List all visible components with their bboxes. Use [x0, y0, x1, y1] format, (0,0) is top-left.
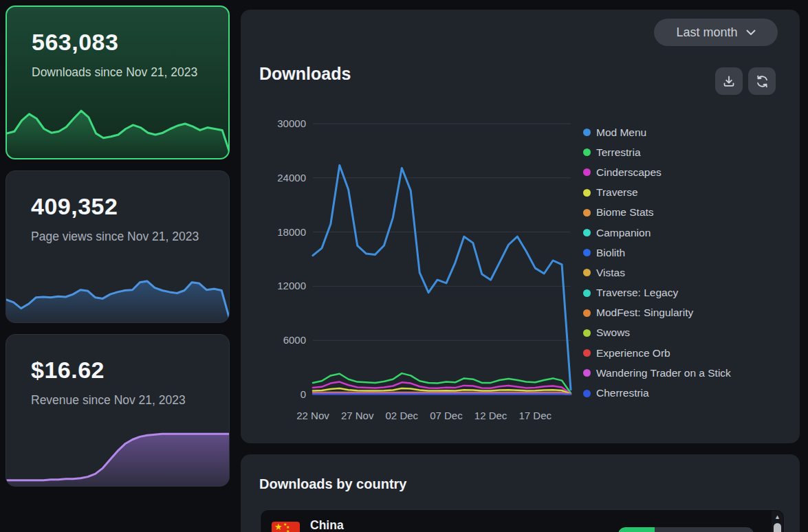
svg-text:22 Nov: 22 Nov	[296, 410, 329, 421]
legend-dot	[583, 189, 591, 197]
legend-dot	[583, 369, 591, 377]
legend-label: Biolith	[596, 247, 625, 259]
country-list: ★ ★ ★ ★ ★ China ▲	[260, 509, 785, 532]
legend-dot	[583, 269, 591, 276]
country-name: China	[310, 518, 344, 532]
country-row-china: ★ ★ ★ ★ ★ China	[261, 510, 770, 532]
chart-legend: Mod MenuTerrestriaCinderscapesTraverseBi…	[583, 122, 731, 403]
svg-text:18000: 18000	[277, 226, 306, 238]
page-views-sparkline	[6, 264, 229, 322]
legend-dot	[583, 209, 591, 217]
legend-item-cinderscapes[interactable]: Cinderscapes	[583, 162, 731, 182]
legend-item-cherrestria[interactable]: Cherrestria	[583, 383, 731, 403]
stat-card-revenue[interactable]: $16.62 Revenue since Nov 21, 2023	[6, 334, 230, 487]
downloads-panel-title: Downloads	[259, 64, 351, 84]
svg-text:6000: 6000	[283, 334, 306, 346]
country-list-scrollbar[interactable]: ▲	[772, 511, 783, 532]
revenue-total-value: $16.62	[31, 357, 105, 384]
download-icon	[722, 74, 736, 88]
legend-label: Biome Stats	[596, 206, 654, 219]
legend-label: Cinderscapes	[596, 166, 662, 179]
date-range-select[interactable]: Last month	[654, 19, 778, 46]
legend-dot	[583, 349, 591, 357]
svg-text:02 Dec: 02 Dec	[386, 410, 419, 421]
stat-card-page-views[interactable]: 409,352 Page views since Nov 21, 2023	[6, 170, 230, 323]
downloads-sparkline	[7, 89, 230, 158]
downloads-total-value: 563,083	[32, 29, 118, 56]
legend-dot	[583, 229, 591, 236]
legend-label: Terrestria	[596, 146, 641, 159]
legend-dot	[583, 168, 591, 176]
legend-label: ModFest: Singularity	[596, 307, 693, 319]
refresh-icon	[755, 74, 769, 89]
legend-item-biome-stats[interactable]: Biome Stats	[583, 203, 731, 223]
legend-item-swows[interactable]: Swows	[583, 323, 731, 343]
country-download-bar	[618, 527, 754, 532]
svg-text:24000: 24000	[277, 172, 306, 184]
svg-text:12 Dec: 12 Dec	[474, 410, 507, 421]
legend-item-experience-orb[interactable]: Experience Orb	[583, 343, 731, 363]
downloads-by-country-panel: Downloads by country ★ ★ ★ ★ ★ China ▲	[241, 454, 800, 532]
page-views-total-label: Page views since Nov 21, 2023	[31, 229, 211, 245]
legend-dot	[583, 289, 591, 297]
legend-dot	[583, 309, 591, 317]
legend-label: Mod Menu	[596, 126, 646, 139]
chevron-down-icon	[746, 30, 756, 36]
legend-dot	[583, 390, 591, 397]
legend-item-traverse[interactable]: Traverse	[583, 183, 731, 203]
legend-dot	[583, 129, 591, 136]
legend-item-biolith[interactable]: Biolith	[583, 243, 731, 263]
legend-item-campanion[interactable]: Campanion	[583, 223, 731, 243]
svg-text:0: 0	[301, 388, 306, 400]
export-csv-button[interactable]	[715, 67, 743, 95]
legend-item-vistas[interactable]: Vistas	[583, 263, 731, 282]
legend-item-mod-menu[interactable]: Mod Menu	[583, 122, 731, 142]
legend-dot	[583, 148, 591, 156]
legend-dot	[583, 249, 591, 256]
page-views-total-value: 409,352	[31, 193, 118, 220]
svg-text:17 Dec: 17 Dec	[519, 410, 552, 421]
legend-label: Traverse: Legacy	[596, 287, 678, 299]
revenue-sparkline	[6, 410, 229, 486]
legend-label: Campanion	[596, 227, 651, 239]
svg-text:27 Nov: 27 Nov	[341, 410, 374, 421]
legend-dot	[583, 329, 591, 337]
legend-label: Experience Orb	[596, 347, 670, 359]
date-range-label: Last month	[676, 25, 737, 40]
svg-text:30000: 30000	[277, 118, 306, 129]
stat-card-downloads[interactable]: 563,083 Downloads since Nov 21, 2023	[6, 5, 230, 159]
legend-label: Cherrestria	[596, 387, 649, 399]
legend-item-wandering-trader-on-a-stick[interactable]: Wandering Trader on a Stick	[583, 363, 731, 383]
country-download-bar-fill	[618, 527, 655, 532]
china-flag-icon: ★ ★ ★ ★ ★	[272, 522, 300, 532]
legend-label: Wandering Trader on a Stick	[596, 367, 731, 379]
country-panel-title: Downloads by country	[259, 476, 406, 492]
legend-item-traverse-legacy[interactable]: Traverse: Legacy	[583, 283, 731, 303]
svg-text:12000: 12000	[277, 280, 306, 291]
scrollbar-thumb[interactable]	[774, 523, 781, 532]
svg-text:07 Dec: 07 Dec	[430, 410, 463, 421]
downloads-panel: Last month Downloads 0600012000180002400…	[241, 10, 800, 443]
legend-label: Swows	[596, 326, 630, 339]
legend-label: Traverse	[596, 186, 638, 199]
downloads-line-chart: 060001200018000240003000022 Nov27 Nov02 …	[261, 111, 578, 431]
legend-label: Vistas	[596, 267, 625, 279]
scrollbar-up-arrow[interactable]: ▲	[772, 512, 783, 522]
legend-item-modfest-singularity[interactable]: ModFest: Singularity	[583, 303, 731, 323]
revenue-total-label: Revenue since Nov 21, 2023	[31, 392, 211, 408]
downloads-total-label: Downloads since Nov 21, 2023	[32, 65, 210, 80]
refresh-button[interactable]	[748, 67, 776, 95]
legend-item-terrestria[interactable]: Terrestria	[583, 142, 731, 162]
